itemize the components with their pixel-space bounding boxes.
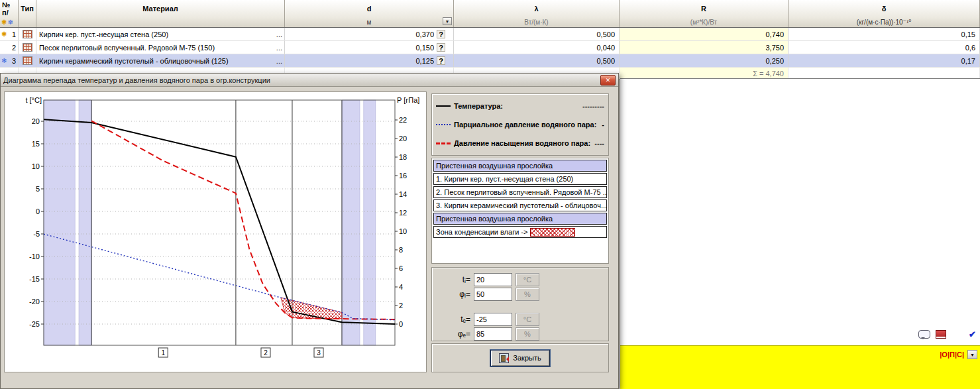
dotted-line-icon xyxy=(436,124,451,125)
table-row-selected[interactable]: ❄ 3 Кирпич керамический пустотелый - обл… xyxy=(0,54,980,68)
legend-item-temperature: Температура: --------- xyxy=(436,102,604,110)
row-marker-icon: ✱ xyxy=(1,30,9,38)
material-name: Кирпич керамический пустотелый - облицов… xyxy=(36,57,229,65)
left-tick-label: -5 xyxy=(33,230,40,238)
solid-line-icon xyxy=(436,105,451,107)
list-item-layer-2[interactable]: 2. Песок перлитовый вспученный. Рядовой … xyxy=(433,186,607,198)
status-bar: |О|П|С| ▼ xyxy=(620,345,980,389)
list-item-air-layer[interactable]: Пристенная воздушная прослойка xyxy=(433,213,607,225)
left-tick-label: -10 xyxy=(29,252,40,260)
warm-side-icon: ✱ xyxy=(1,19,7,26)
dashed-line-icon xyxy=(436,142,451,144)
right-tick-label: 2 xyxy=(399,302,403,309)
input-row-phi-e: φₑ= % xyxy=(451,327,608,341)
column-header-num: № п/ ✱ ❄ xyxy=(0,0,19,27)
unit-d: м xyxy=(367,19,372,26)
d-column-dropdown-button[interactable]: ▼ xyxy=(443,17,452,25)
thickness-help-button[interactable]: ? xyxy=(437,43,445,52)
column-header-lambda: λ Вт/(м·К) xyxy=(454,0,620,27)
d-value: 0,125 xyxy=(415,57,434,65)
column-header-r: R (м²*К)/Вт xyxy=(620,0,789,27)
column-header-type: Тип xyxy=(19,0,36,27)
ops-dropdown-button[interactable]: ▼ xyxy=(967,350,977,359)
left-tick-label: -20 xyxy=(29,298,40,306)
condensation-hatch-swatch xyxy=(530,228,575,237)
right-tick-label: 12 xyxy=(399,209,407,217)
phi-e-field[interactable] xyxy=(474,327,512,341)
material-picker-button[interactable]: ... xyxy=(274,44,284,51)
table-row[interactable]: 2 Песок перлитовый вспученный. Рядовой М… xyxy=(0,41,980,54)
dialog-close-button[interactable]: ✕ xyxy=(600,75,616,85)
layer-marker-label: 1 xyxy=(161,349,165,357)
chart-legend: Температура: --------- Парциальное давле… xyxy=(431,93,609,156)
unit-lambda: Вт/(м·К) xyxy=(454,17,619,27)
legend-item-saturation-pressure: Давление насыщения водяного пара: ---- xyxy=(436,139,604,147)
list-item-layer-3[interactable]: 3. Кирпич керамический пустотелый - обли… xyxy=(433,199,607,211)
phi-i-field[interactable] xyxy=(474,288,512,301)
d-value: 0,150 xyxy=(415,44,434,52)
dialog-titlebar[interactable]: Диаграмма перепада температур и давления… xyxy=(1,74,618,87)
row-number: 3 xyxy=(12,57,16,65)
reference-book-icon[interactable] xyxy=(936,330,946,339)
r-value: 3,750 xyxy=(765,44,784,52)
dialog-title: Диаграмма перепада температур и давления… xyxy=(3,76,270,84)
comment-bubble-icon[interactable] xyxy=(918,330,930,339)
wall-air-band xyxy=(44,100,75,345)
right-tick-label: 6 xyxy=(399,264,403,272)
material-picker-button[interactable]: ... xyxy=(274,31,284,38)
diagram-dialog: Диаграмма перепада температур и давления… xyxy=(0,73,619,389)
right-tick-label: 0 xyxy=(399,320,403,328)
left-tick-label: 20 xyxy=(32,117,40,125)
ti-field[interactable] xyxy=(474,273,512,286)
material-name: Песок перлитовый вспученный. Рядовой М-7… xyxy=(36,44,215,52)
workspace-panel: ✔ xyxy=(620,78,980,346)
close-icon: ✕ xyxy=(606,77,611,83)
input-row-phi-i: φᵢ= % xyxy=(451,288,608,301)
thickness-help-button[interactable]: ? xyxy=(437,56,445,65)
thickness-help-button[interactable]: ? xyxy=(437,30,445,38)
lambda-value: 0,500 xyxy=(596,57,615,65)
te-field[interactable] xyxy=(474,313,512,326)
material-type-icon xyxy=(23,30,32,38)
diagram-chart: t [°C] P [гПа] 20151050-5-10-15-20-25222… xyxy=(5,92,426,370)
door-exit-icon xyxy=(499,353,509,363)
close-dialog-button[interactable]: Закрыть xyxy=(490,350,549,366)
unit-delta: (кг/(м·с·Па))·10⁻¹⁰ xyxy=(789,17,979,27)
r-value: 0,250 xyxy=(765,57,784,65)
right-tick-label: 10 xyxy=(399,227,407,235)
status-icons: ✔ xyxy=(918,329,976,339)
check-edit-icon[interactable]: ✔ xyxy=(969,329,976,339)
materials-table: № п/ ✱ ❄ Тип Материал d м ▼ xyxy=(0,0,980,80)
chart-panel: t [°C] P [гПа] 20151050-5-10-15-20-25222… xyxy=(4,91,427,372)
layers-list: Пристенная воздушная прослойка 1. Кирпич… xyxy=(431,158,609,264)
material-name: Кирпич кер. пуст.-несущая стена (250) xyxy=(36,30,168,38)
list-item-layer-1[interactable]: 1. Кирпич кер. пуст.-несущая стена (250) xyxy=(433,173,607,185)
phi-i-label: φᵢ= xyxy=(451,290,470,299)
wall-air-band xyxy=(342,100,360,345)
lambda-value: 0,500 xyxy=(596,30,615,38)
list-item-condensation-zone[interactable]: Зона конденсации влаги -> xyxy=(433,226,607,238)
ti-unit: °С xyxy=(516,273,539,286)
dropdown-arrow-icon: ▼ xyxy=(445,19,450,24)
row-number: 1 xyxy=(12,30,16,38)
left-tick-label: 0 xyxy=(36,207,40,215)
phi-e-unit: % xyxy=(516,327,539,341)
list-item-air-layer[interactable]: Пристенная воздушная прослойка xyxy=(433,160,607,172)
left-tick-label: 15 xyxy=(32,140,40,148)
table-row[interactable]: ✱ 1 Кирпич кер. пуст.-несущая стена (250… xyxy=(0,28,980,41)
right-tick-label: 18 xyxy=(399,153,407,161)
left-tick-label: -15 xyxy=(29,275,40,283)
material-type-icon xyxy=(23,43,32,52)
row-marker-icon: ❄ xyxy=(1,57,9,64)
wall-air-band xyxy=(364,100,376,345)
input-row-ti: tᵢ= °С xyxy=(451,273,608,286)
right-tick-label: 22 xyxy=(399,116,407,124)
te-label: tₑ= xyxy=(451,315,470,324)
climate-inputs: tᵢ= °С φᵢ= % tₑ= °С φₑ= % xyxy=(431,267,609,341)
right-tick-label: 8 xyxy=(399,246,403,254)
left-tick-label: -25 xyxy=(29,320,40,328)
material-type-icon xyxy=(23,56,32,65)
right-axis-title: P [гПа] xyxy=(397,96,419,104)
te-unit: °С xyxy=(516,313,539,326)
material-picker-button[interactable]: ... xyxy=(274,58,284,64)
